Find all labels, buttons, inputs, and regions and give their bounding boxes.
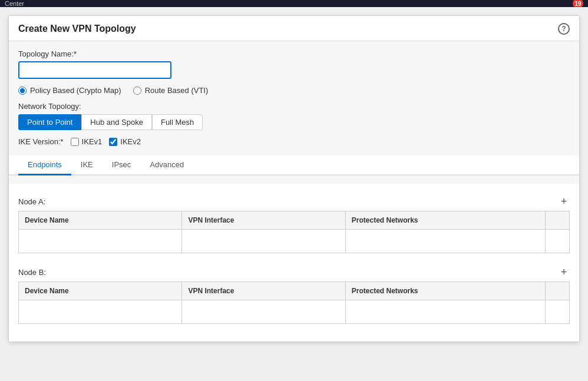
route-based-radio-input[interactable] [133,87,141,95]
policy-based-radio-input[interactable] [18,87,27,95]
policy-based-radio[interactable]: Policy Based (Crypto Map) [18,86,121,95]
topology-name-label: Topology Name:* [18,49,570,58]
node-b-empty-networks [345,300,545,324]
node-b-section: Node B: + Device Name VPN Interface Prot… [18,263,570,324]
tab-endpoints[interactable]: Endpoints [18,155,71,175]
node-b-empty-vpn [182,300,345,324]
tab-advanced[interactable]: Advanced [140,155,193,175]
node-a-empty-device [19,230,182,253]
node-b-col-vpn: VPN Interface [182,282,345,300]
ike-version-row: IKE Version:* IKEv1 IKEv2 [18,137,570,146]
modal-overlay: Create New VPN Topology ? Topology Name:… [0,7,588,381]
node-b-table: Device Name VPN Interface Protected Netw… [18,281,570,324]
node-a-col-actions [545,211,569,230]
modal-body-top: Topology Name:* Policy Based (Crypto Map… [9,41,579,184]
node-a-col-vpn: VPN Interface [182,211,345,230]
node-b-empty-actions [545,300,569,324]
node-a-section: Node A: + Device Name VPN Interface Prot… [18,192,570,253]
node-a-header: Node A: + [18,192,570,211]
ikev1-label: IKEv1 [82,137,103,146]
node-a-table: Device Name VPN Interface Protected Netw… [18,211,570,253]
vpn-type-radio-group: Policy Based (Crypto Map) Route Based (V… [18,86,570,95]
modal-header: Create New VPN Topology ? [9,16,579,41]
node-a-empty-vpn [182,230,345,253]
btn-hub-and-spoke[interactable]: Hub and Spoke [81,114,152,130]
btn-point-to-point[interactable]: Point to Point [18,114,81,130]
node-a-add-button[interactable]: + [558,196,570,207]
network-topology-label: Network Topology: [18,102,570,111]
node-b-add-button[interactable]: + [558,266,570,278]
top-bar: Center 19 [0,0,588,7]
topology-name-input[interactable] [18,61,171,79]
node-b-header: Node B: + [18,263,570,281]
node-a-col-device: Device Name [19,211,182,230]
node-b-label: Node B: [18,268,46,277]
ikev2-label: IKEv2 [120,137,141,146]
node-a-label: Node A: [18,197,45,206]
topology-name-group: Topology Name:* [18,49,570,79]
tabs-bar: Endpoints IKE IPsec Advanced [9,155,579,175]
node-a-empty-row [19,230,570,253]
node-b-table-header-row: Device Name VPN Interface Protected Netw… [19,282,570,300]
route-based-radio[interactable]: Route Based (VTI) [133,86,209,95]
node-b-empty-row [19,300,570,324]
node-b-col-device: Device Name [19,282,182,300]
node-b-col-networks: Protected Networks [345,282,545,300]
topology-button-group: Point to Point Hub and Spoke Full Mesh [18,114,570,130]
help-icon[interactable]: ? [558,23,570,35]
ike-version-label: IKE Version:* [18,137,64,146]
modal-title: Create New VPN Topology [18,24,136,34]
node-b-empty-device [19,300,182,324]
ikev1-checkbox-item[interactable]: IKEv1 [71,137,103,146]
route-based-label: Route Based (VTI) [145,86,209,95]
app-title: Center [5,0,24,7]
ikev2-checkbox-item[interactable]: IKEv2 [109,137,141,146]
btn-full-mesh[interactable]: Full Mesh [152,114,203,130]
node-a-col-networks: Protected Networks [345,211,545,230]
policy-based-label: Policy Based (Crypto Map) [30,86,121,95]
tab-ike[interactable]: IKE [71,155,103,175]
network-topology-group: Network Topology: Point to Point Hub and… [18,102,570,130]
content-area: Node A: + Device Name VPN Interface Prot… [9,184,579,342]
node-a-empty-actions [545,230,569,253]
tab-ipsec[interactable]: IPsec [103,155,141,175]
ikev2-checkbox[interactable] [109,138,117,146]
node-a-table-header-row: Device Name VPN Interface Protected Netw… [19,211,570,230]
ikev1-checkbox[interactable] [71,138,79,146]
modal: Create New VPN Topology ? Topology Name:… [8,15,580,342]
node-b-col-actions [545,282,569,300]
node-a-empty-networks [345,230,545,253]
